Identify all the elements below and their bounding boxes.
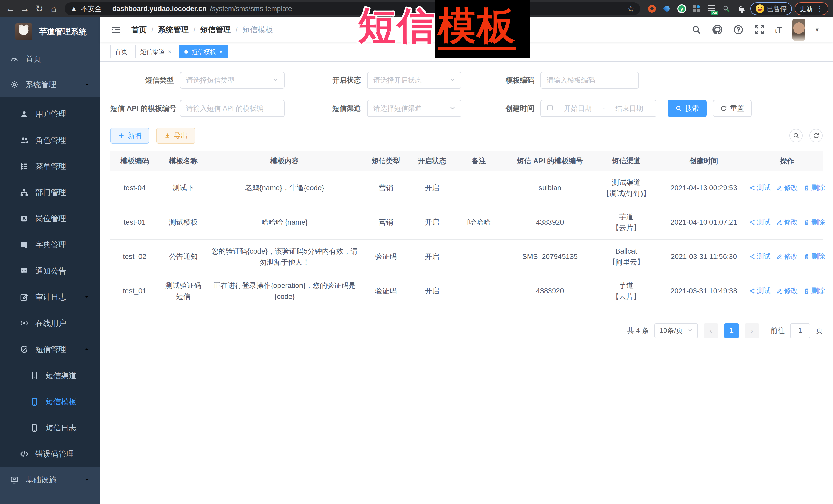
sidebar-item-sms-channel[interactable]: 短信渠道 [0, 362, 100, 389]
sidebar-item-system-mgmt[interactable]: 系统管理 [0, 72, 100, 97]
profile-paused-chip[interactable]: 已暂停 [751, 2, 792, 15]
reset-button[interactable]: 重置 [713, 100, 752, 117]
extension-grid-icon[interactable] [692, 4, 701, 13]
sidebar-item-dept-mgmt[interactable]: 部门管理 [0, 179, 100, 206]
extension-green-y-icon[interactable]: y [677, 4, 686, 13]
total-count: 共 4 条 [627, 326, 649, 335]
user-avatar[interactable] [792, 19, 805, 41]
edit-link[interactable]: 修改 [776, 286, 798, 296]
forward-icon[interactable]: → [19, 3, 31, 15]
sms-type-select[interactable]: 请选择短信类型 [180, 72, 285, 89]
delete-link[interactable]: 删除 [804, 217, 825, 227]
update-label: 更新 [800, 4, 813, 13]
sidebar-item-menu-mgmt[interactable]: 菜单管理 [0, 153, 100, 179]
sidebar-item-role-mgmt[interactable]: 角色管理 [0, 127, 100, 153]
search-icon[interactable] [691, 24, 702, 35]
toggle-search-button[interactable] [789, 129, 803, 142]
page-content: 短信类型 请选择短信类型 开启状态 请选择开启状态 模板编码 [100, 62, 833, 504]
extension-list-icon[interactable]: on [707, 4, 716, 13]
phone-icon [30, 397, 39, 406]
extension-drive-icon[interactable] [662, 4, 671, 13]
tag-home[interactable]: 首页 [110, 45, 132, 58]
sidebar-item-error-code[interactable]: 错误码管理 [0, 441, 100, 467]
test-link[interactable]: 测试 [749, 286, 771, 296]
sidebar-item-sms-mgmt[interactable]: 短信管理 [0, 336, 100, 362]
logo-image [16, 23, 32, 40]
breadcrumb-home[interactable]: 首页 [131, 25, 147, 35]
screen: ← → ↻ ⌂ ▲ 不安全 dashboard.yudao.iocoder.cn… [0, 0, 833, 504]
extension-search-icon[interactable] [722, 4, 731, 13]
page-1-button[interactable]: 1 [724, 323, 739, 338]
font-size-icon[interactable]: tT [775, 25, 782, 35]
tag-sms-template[interactable]: 短信模板 × [180, 45, 228, 58]
collapse-sidebar-icon[interactable] [110, 24, 121, 35]
sidebar-item-infra[interactable]: 基础设施 [0, 467, 100, 493]
template-code-input[interactable] [541, 72, 639, 89]
close-icon[interactable]: × [219, 48, 223, 55]
sidebar-item-audit-log[interactable]: 审计日志 [0, 284, 100, 310]
edit-link[interactable]: 修改 [776, 183, 798, 193]
api-template-id-input[interactable] [180, 100, 285, 117]
fullscreen-icon[interactable] [754, 24, 765, 35]
table-row: test_02 公告通知 您的验证码{code}，该验证码5分钟内有效，请勿泄漏… [110, 239, 823, 274]
chevron-down-icon [450, 76, 455, 85]
page-size-select[interactable]: 10条/页 [654, 323, 698, 338]
status-select[interactable]: 请选择开启状态 [367, 72, 461, 89]
next-page-button[interactable]: › [744, 323, 759, 338]
sidebar-item-post-mgmt[interactable]: 岗位管理 [0, 206, 100, 232]
page-suffix: 页 [816, 326, 823, 335]
col-actions: 操作 [751, 151, 823, 171]
browser-update-button[interactable]: 更新 ⋮ [794, 2, 828, 15]
browser-menu-icon[interactable]: ⋮ [816, 5, 823, 13]
book-icon [20, 240, 29, 249]
channel-select[interactable]: 请选择短信渠道 [367, 100, 461, 117]
sidebar-item-user-mgmt[interactable]: 用户管理 [0, 101, 100, 127]
goto-page-input[interactable] [790, 323, 810, 338]
sidebar-item-notice[interactable]: 通知公告 [0, 258, 100, 284]
extensions-puzzle-icon[interactable] [737, 4, 746, 13]
sidebar-item-online-users[interactable]: 在线用户 [0, 310, 100, 336]
profile-avatar-icon [756, 4, 764, 13]
system-submenu: 用户管理 角色管理 菜单管理 [0, 97, 100, 467]
add-button[interactable]: 新增 [110, 128, 149, 144]
reload-icon[interactable]: ↻ [33, 3, 45, 15]
table-row: test-01 测试模板 哈哈哈 {name} 营销 开启 f哈哈哈 43839… [110, 205, 823, 239]
prev-page-button[interactable]: ‹ [704, 323, 718, 338]
sms-template-table: 模板编码 模板名称 模板内容 短信类型 开启状态 备注 短信 API 的模板编号… [110, 151, 823, 308]
tag-sms-channel[interactable]: 短信渠道 × [135, 45, 176, 58]
close-icon[interactable]: × [168, 48, 171, 55]
delete-link[interactable]: 删除 [804, 286, 825, 296]
edit-link[interactable]: 修改 [776, 251, 798, 262]
test-link[interactable]: 测试 [749, 183, 771, 193]
refresh-button[interactable] [809, 129, 823, 142]
chevron-down-icon [688, 327, 693, 335]
breadcrumb-system[interactable]: 系统管理 [151, 25, 189, 35]
avatar-caret-icon[interactable]: ▾ [815, 26, 819, 33]
delete-link[interactable]: 删除 [804, 183, 825, 193]
delete-link[interactable]: 删除 [804, 251, 825, 262]
col-status: 开启状态 [410, 151, 454, 171]
help-icon[interactable] [733, 24, 744, 35]
home-icon[interactable]: ⌂ [48, 3, 60, 15]
sidebar-item-dict-mgmt[interactable]: 字典管理 [0, 232, 100, 258]
test-link[interactable]: 测试 [749, 251, 771, 262]
back-icon[interactable]: ← [5, 3, 17, 15]
test-link[interactable]: 测试 [749, 217, 771, 227]
col-api-template-id: 短信 API 的模板编号 [504, 151, 596, 171]
chevron-down-icon [450, 104, 455, 113]
goto-label: 前往 [771, 326, 785, 335]
search-button[interactable]: 搜索 [668, 100, 707, 117]
extension-adblock-icon[interactable] [647, 4, 657, 13]
bookmark-star-icon[interactable]: ☆ [627, 4, 635, 14]
sidebar-item-sms-log[interactable]: 短信日志 [0, 415, 100, 441]
sidebar-item-home[interactable]: 首页 [0, 46, 100, 72]
edit-link[interactable]: 修改 [776, 217, 798, 227]
insecure-warning-icon: ▲ [70, 5, 77, 13]
github-icon[interactable] [712, 24, 723, 35]
breadcrumb-sms[interactable]: 短信管理 [193, 25, 231, 35]
monitor-icon [10, 475, 19, 484]
create-time-range-picker[interactable]: 开始日期 - 结束日期 [541, 100, 656, 117]
url-bar[interactable]: ▲ 不安全 dashboard.yudao.iocoder.cn /system… [65, 2, 640, 15]
sidebar-item-sms-template[interactable]: 短信模板 [0, 389, 100, 415]
export-button[interactable]: 导出 [157, 128, 195, 144]
